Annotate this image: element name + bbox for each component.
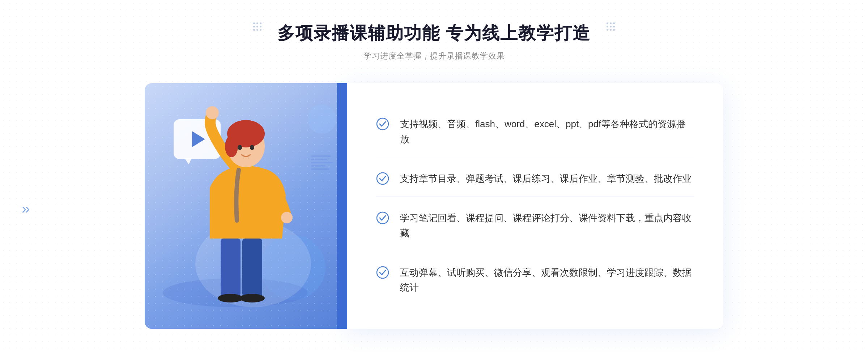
svg-point-7 — [281, 212, 293, 223]
svg-rect-14 — [337, 83, 347, 329]
feature-text-1: 支持视频、音频、flash、word、excel、ppt、pdf等各种格式的资源… — [400, 117, 694, 147]
title-row: 多项录播课辅助功能 专为线上教学打造 — [277, 22, 590, 45]
chevron-double-icon: » — [22, 201, 30, 217]
svg-point-17 — [377, 212, 388, 224]
feature-text-4: 互动弹幕、试听购买、微信分享、观看次数限制、学习进度跟踪、数据统计 — [400, 265, 694, 295]
feature-item-3: 学习笔记回看、课程提问、课程评论打分、课件资料下载，重点内容收藏 — [376, 201, 694, 251]
feature-text-3: 学习笔记回看、课程提问、课程评论打分、课件资料下载，重点内容收藏 — [400, 211, 694, 241]
svg-rect-2 — [221, 239, 241, 296]
left-chevrons: » — [22, 201, 30, 217]
page-title: 多项录播课辅助功能 专为线上教学打造 — [277, 22, 590, 45]
page-wrapper: 多项录播课辅助功能 专为线上教学打造 学习进度全掌握，提升录播课教学效果 — [0, 0, 868, 352]
check-circle-icon-4 — [376, 266, 389, 279]
svg-point-18 — [377, 267, 388, 278]
svg-point-16 — [377, 173, 388, 184]
svg-point-5 — [239, 294, 265, 302]
features-panel: 支持视频、音频、flash、word、excel、ppt、pdf等各种格式的资源… — [347, 83, 723, 329]
feature-text-2: 支持章节目录、弹题考试、课后练习、课后作业、章节测验、批改作业 — [400, 171, 692, 186]
svg-point-15 — [377, 118, 388, 130]
illustration-panel — [145, 83, 347, 329]
content-section: 支持视频、音频、flash、word、excel、ppt、pdf等各种格式的资源… — [145, 83, 723, 329]
svg-point-4 — [218, 294, 243, 302]
check-circle-icon-2 — [376, 172, 389, 185]
feature-item-1: 支持视频、音频、flash、word、excel、ppt、pdf等各种格式的资源… — [376, 107, 694, 157]
svg-point-13 — [250, 145, 254, 150]
decorative-dots-left — [253, 22, 261, 31]
check-circle-icon-1 — [376, 117, 389, 130]
person-illustration — [145, 83, 347, 329]
svg-point-6 — [206, 106, 219, 119]
svg-point-12 — [238, 145, 242, 150]
check-circle-icon-3 — [376, 211, 389, 224]
svg-rect-11 — [227, 136, 234, 154]
feature-item-4: 互动弹幕、试听购买、微信分享、观看次数限制、学习进度跟踪、数据统计 — [376, 255, 694, 305]
svg-rect-3 — [242, 239, 262, 296]
header-section: 多项录播课辅助功能 专为线上教学打造 学习进度全掌握，提升录播课教学效果 — [277, 22, 590, 61]
decorative-dots-right — [607, 22, 615, 31]
page-subtitle: 学习进度全掌握，提升录播课教学效果 — [277, 51, 590, 61]
feature-item-2: 支持章节目录、弹题考试、课后练习、课后作业、章节测验、批改作业 — [376, 161, 694, 197]
